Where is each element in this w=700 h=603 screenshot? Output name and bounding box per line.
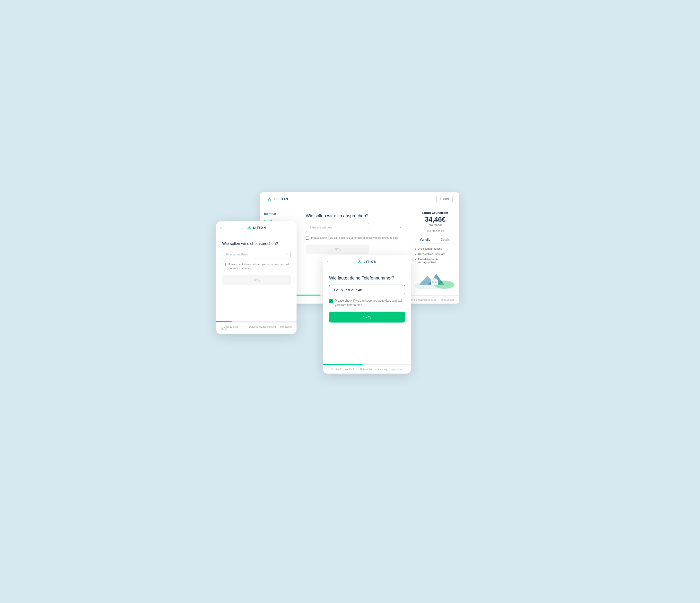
svg-rect-9: [431, 280, 438, 284]
feature-item-1: • Unschlagbar günstig: [415, 247, 455, 252]
feature-label-3: Preissicherheit & Vertragslaufzeit: [418, 258, 455, 264]
svg-point-22: [359, 260, 360, 261]
desktop-checkbox-label: Please check if we can keep you up to da…: [311, 236, 398, 240]
mobile-left-body: Wie sollen wir dich ansprechen? Bitte au…: [216, 234, 297, 321]
mobile-right-back-button[interactable]: ‹: [327, 259, 329, 264]
feature-dot-icon: •: [415, 253, 416, 256]
svg-line-4: [270, 199, 271, 199]
product-yearly: 413,49 jährlich: [415, 228, 455, 234]
mobile-right-footer: © Lition Energie GmbH Datenschutzbestimm…: [323, 365, 411, 374]
mobile-right-checkbox-label: Please check if we can keep you up to da…: [335, 299, 405, 307]
mobile-left-header: ‹ LITION: [216, 221, 297, 234]
mobile-right-okay-button[interactable]: Okay: [329, 311, 405, 323]
mobile-left-question: Wie sollen wir dich ansprechen?: [222, 242, 291, 246]
mobile-right-consent-checkbox[interactable]: [329, 299, 333, 303]
product-price: 34,46€: [415, 216, 455, 223]
desktop-logo: LITION: [267, 196, 289, 202]
mobile-left-copyright: © Lition Energie GmbH: [221, 325, 245, 331]
feature-label-1: Unschlagbar günstig: [418, 247, 442, 250]
feature-dot-icon: •: [415, 247, 416, 251]
mobile-right-copyright: © Lition Energie GmbH: [331, 368, 356, 371]
mobile-right-logo-icon: [357, 259, 362, 264]
svg-rect-12: [435, 281, 436, 283]
mobile-right-header: ‹ LITION: [323, 255, 411, 268]
mobile-right-logo: LITION: [357, 259, 377, 264]
desktop-consent-checkbox[interactable]: [306, 236, 309, 240]
desktop-select-chevron-icon: ▾: [400, 226, 401, 229]
svg-line-26: [360, 261, 361, 262]
mobile-left-salutation-select[interactable]: Bitte auswählen Herr Frau Divers: [222, 250, 291, 259]
svg-point-18: [247, 228, 249, 229]
feature-label-2: 100% echter Ökostrom: [418, 253, 445, 255]
sidebar-section-title: Identität: [264, 212, 295, 216]
desktop-checkbox-row: Please check if we can keep you up to da…: [306, 236, 404, 240]
feature-dot-icon: •: [415, 258, 416, 262]
tab-vorteile[interactable]: Vorteile: [415, 236, 435, 243]
svg-line-25: [359, 261, 360, 262]
desktop-product-panel: Lition Grünstrom 34,46€ pro Monat 413,49…: [411, 206, 459, 295]
desktop-okay-button[interactable]: Okay: [306, 245, 369, 254]
svg-point-23: [358, 262, 359, 263]
desktop-salutation-select[interactable]: Bitte auswählen Herr Frau Divers: [306, 223, 369, 232]
svg-line-20: [248, 227, 249, 228]
mobile-left-privacy-link[interactable]: Datenschutzbestimmung: [249, 325, 276, 331]
desktop-form-question: Wie sollen wir dich ansprechen?: [306, 213, 404, 219]
svg-point-17: [248, 226, 250, 227]
svg-rect-11: [432, 281, 434, 283]
mobile-left-back-button[interactable]: ‹: [220, 225, 222, 230]
svg-line-21: [249, 227, 250, 228]
svg-point-1: [268, 199, 269, 201]
product-period: pro Monat: [415, 223, 455, 227]
mobile-card-right: ‹ LITION Wie lautet deine Telefonnummer?…: [323, 255, 411, 374]
mobile-left-logo-text: LITION: [253, 226, 267, 229]
mobile-left-logo-icon: [247, 225, 252, 230]
mobile-right-logo-text: LITION: [364, 260, 377, 263]
mobile-right-imprint-link[interactable]: Impressum: [391, 368, 403, 371]
mobile-right-phone-input[interactable]: [329, 284, 405, 295]
product-illustration: [415, 269, 455, 289]
mobile-left-imprint-link[interactable]: Impressum: [280, 325, 292, 331]
product-features-list: • Unschlagbar günstig • 100% echter Ökos…: [415, 247, 455, 265]
feature-item-2: • 100% echter Ökostrom: [415, 252, 455, 257]
mobile-left-consent-checkbox[interactable]: [222, 263, 226, 266]
svg-point-24: [360, 262, 361, 263]
mobile-card-left: ‹ LITION Wie sollen wir dich ansprechen?…: [216, 221, 297, 334]
logo-icon: [267, 196, 272, 202]
svg-point-16: [440, 280, 442, 283]
desktop-header: LITION LOGIN: [260, 192, 459, 206]
tab-details[interactable]: Details: [435, 236, 456, 243]
svg-point-19: [249, 228, 251, 229]
product-tabs: Vorteile Details: [415, 236, 455, 244]
login-button[interactable]: LOGIN: [436, 196, 453, 202]
desktop-privacy-link[interactable]: Datenschutzbestimmung: [407, 298, 436, 301]
mobile-left-checkbox-label: Please check if we can keep you up to da…: [227, 262, 291, 270]
mobile-right-body: Wie lautet deine Telefonnummer? Please c…: [323, 268, 411, 364]
feature-item-3: • Preissicherheit & Vertragslaufzeit: [415, 257, 455, 265]
mobile-right-question: Wie lautet deine Telefonnummer?: [329, 276, 405, 281]
svg-line-3: [268, 199, 270, 199]
product-title: Lition Grünstrom: [415, 211, 455, 215]
mobile-left-logo: LITION: [247, 225, 267, 230]
desktop-select-wrapper: Bitte auswählen Herr Frau Divers ▾: [306, 223, 404, 232]
logo-text: LITION: [274, 197, 289, 201]
mobile-right-privacy-link[interactable]: Datenschutzbestimmung: [360, 368, 387, 371]
desktop-imprint-link[interactable]: Impressum: [442, 298, 454, 301]
mobile-left-footer: © Lition Energie GmbH Datenschutzbestimm…: [216, 322, 297, 334]
mobile-left-select-wrapper: Bitte auswählen Herr Frau Divers ▾: [222, 250, 291, 259]
mobile-left-okay-button[interactable]: Okay: [222, 275, 291, 285]
mobile-left-checkbox-row: Please check if we can keep you up to da…: [222, 262, 291, 270]
svg-point-0: [269, 197, 270, 199]
svg-point-2: [270, 199, 272, 201]
mobile-right-checkbox-row: Please check if we can keep you up to da…: [329, 299, 405, 307]
mobile-left-select-chevron-icon: ▾: [286, 253, 288, 256]
